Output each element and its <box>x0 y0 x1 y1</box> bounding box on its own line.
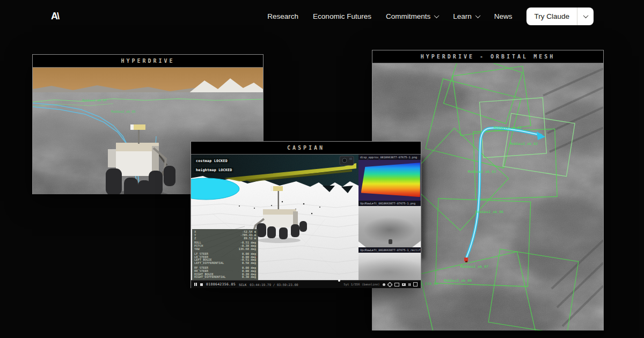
t-label: RIGHT_DIFFERENTIAL <box>194 276 225 279</box>
try-claude-label: Try Claude <box>526 12 577 20</box>
waypoint-label: MobGeo2_ob_02 <box>510 142 538 146</box>
waypoint-label: MobGeo2_ob_05 <box>111 110 136 114</box>
telemetry-group-position: X-52.54 m Y-785.43 m Z89.52 m <box>194 231 256 240</box>
panel-title: CASPIAN <box>191 142 421 155</box>
pause-icon <box>408 283 411 286</box>
telemetry-row: LEFT_DIFFERENTIAL0.50 deg <box>194 262 256 265</box>
t-label: Z <box>194 237 196 240</box>
caspian-3d-view: costmap LOCKED heightmap LOCKED X-52.54 … <box>191 155 358 280</box>
t-val: 89.52 m <box>244 237 256 240</box>
t-val: 0.30 deg <box>242 276 256 279</box>
playback-rate: Syt 1/556 (baseline) <box>343 283 379 286</box>
waypoint-label: MobGeo2_ob_06 <box>475 210 503 214</box>
chat-icon <box>383 283 385 286</box>
main-nav: Research Economic Futures Commitments Le… <box>267 8 594 25</box>
telemetry-group-attitude: ROLL-0.51 deg PITCH-0.38 deg YAW136.68 d… <box>194 241 256 251</box>
telemetry-row: Z89.52 m <box>194 237 256 240</box>
telemetry-readout: X-52.54 m Y-785.43 m Z89.52 m ROLL-0.51 … <box>192 229 258 280</box>
panel-title: HYPERDRIVE <box>33 55 263 68</box>
rover-mast-head <box>133 124 145 130</box>
nav-research[interactable]: Research <box>267 12 298 20</box>
display-icon <box>394 283 399 286</box>
telemetry-row: RIGHT_DIFFERENTIAL0.30 deg <box>194 276 256 279</box>
playback-bar: 0180642356.05 SCLK 03:44:19.79 / 03:59:2… <box>191 280 421 288</box>
sclk-value: 0180642356.05 <box>206 282 236 286</box>
nav-economic-futures[interactable]: Economic Futures <box>313 12 371 20</box>
page-background: A\ Research Economic Futures Commitments… <box>0 0 644 338</box>
chevron-down-icon <box>583 13 588 18</box>
telemetry-group-left: LF_STEER0.00 deg LR_STEER0.00 deg LEFT_B… <box>194 253 256 265</box>
rover-mast-head <box>273 186 283 191</box>
waypoint-label: MobGeo2_ob_03 <box>468 170 496 174</box>
try-claude-button[interactable]: Try Claude <box>526 8 594 25</box>
rectified-camera-thumbnail <box>358 253 421 280</box>
panel-caspian: CASPIAN <box>191 141 421 288</box>
t-label: YAW <box>194 248 200 251</box>
telemetry-group-right: RF_STEER0.00 deg RR_STEER0.00 deg RIGHT_… <box>194 267 256 279</box>
t-label: LEFT_DIFFERENTIAL <box>194 262 224 265</box>
thumbnail-filename: VpcRawLeft_0818663877-07675-1.png <box>358 201 421 206</box>
telemetry-row: YAW136.68 deg <box>194 248 256 251</box>
t-val: 136.68 deg <box>239 248 256 251</box>
nav-learn[interactable]: Learn <box>453 12 480 20</box>
sclk-label: SCLK <box>239 283 246 286</box>
waypoint-label: MobGeo2_ob_01 <box>494 126 522 130</box>
disparity-gradient <box>361 163 420 197</box>
heightmap-status: heightmap LOCKED <box>194 167 233 173</box>
camera-icon <box>402 283 406 286</box>
playback-time: 03:44:19.79 / 03:59:23.00 <box>250 283 298 286</box>
camera-product-sidebar: disp_approx_0818663877-07675-1.png VpcRa… <box>358 155 421 280</box>
chevron-down-icon <box>434 13 440 18</box>
try-claude-dropdown[interactable] <box>577 8 594 25</box>
panel-title: HYPERDRIVE - ORBITAL MESH <box>372 50 603 63</box>
stop-icon <box>200 283 203 286</box>
pause-icon <box>194 283 197 286</box>
chevron-down-icon <box>475 13 480 18</box>
map-lock-status: costmap LOCKED heightmap LOCKED <box>194 158 233 173</box>
waypoint-label: MobGeo2_ob_04 <box>82 99 107 102</box>
seek-dot <box>338 280 340 282</box>
anthropic-logo[interactable]: A\ <box>51 11 58 22</box>
thumbnail-filename: VpcRawLeft_0818663877-07675-1_rectified.… <box>358 247 421 253</box>
waypoint-label: MobGeo2_ob_07 <box>460 264 488 269</box>
nav-commitments-label: Commitments <box>386 12 430 20</box>
disparity-map-thumbnail <box>358 160 421 201</box>
waypoint-label: MobGeo2_ob_08 <box>444 278 472 283</box>
nav-learn-label: Learn <box>453 12 472 20</box>
site-header: A\ Research Economic Futures Commitments… <box>0 0 644 33</box>
nav-news[interactable]: News <box>494 12 513 20</box>
nav-commitments[interactable]: Commitments <box>386 12 438 20</box>
playback-right-controls: Syt 1/556 (baseline) <box>343 282 418 286</box>
rock-feature <box>389 239 392 244</box>
costmap-status: costmap LOCKED <box>194 158 229 164</box>
fullscreen-icon <box>413 282 418 286</box>
caspian-body: costmap LOCKED heightmap LOCKED X-52.54 … <box>191 155 421 280</box>
thumbnail-filename: disp_approx_0818663877-07675-1.png <box>358 155 421 160</box>
t-val: 0.50 deg <box>242 262 256 265</box>
sensor-camera-icon <box>340 156 354 165</box>
gear-icon <box>388 283 392 286</box>
raw-camera-thumbnail <box>358 206 421 247</box>
